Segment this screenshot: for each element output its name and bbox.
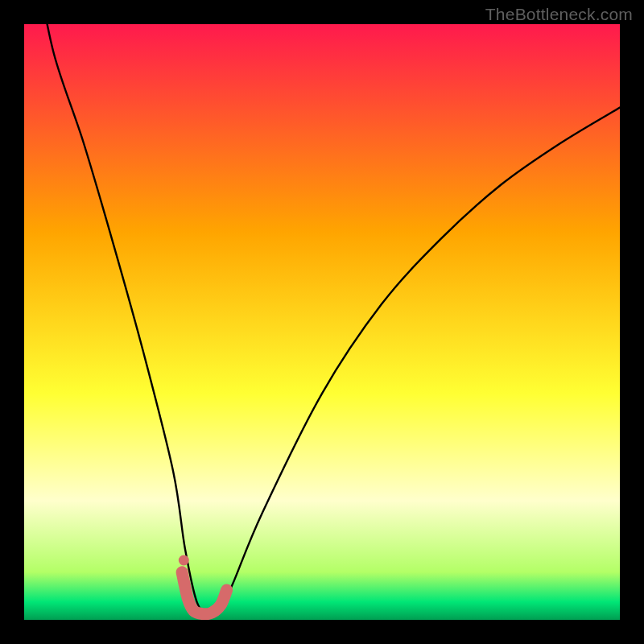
- chart-svg: [24, 24, 620, 620]
- chart-frame: TheBottleneck.com: [0, 0, 644, 644]
- watermark-text: TheBottleneck.com: [485, 5, 633, 24]
- sweet-spot-markers: [182, 572, 227, 614]
- sweet-spot-dot: [179, 555, 189, 566]
- bottleneck-curve: [36, 24, 620, 614]
- plot-area: [24, 24, 620, 620]
